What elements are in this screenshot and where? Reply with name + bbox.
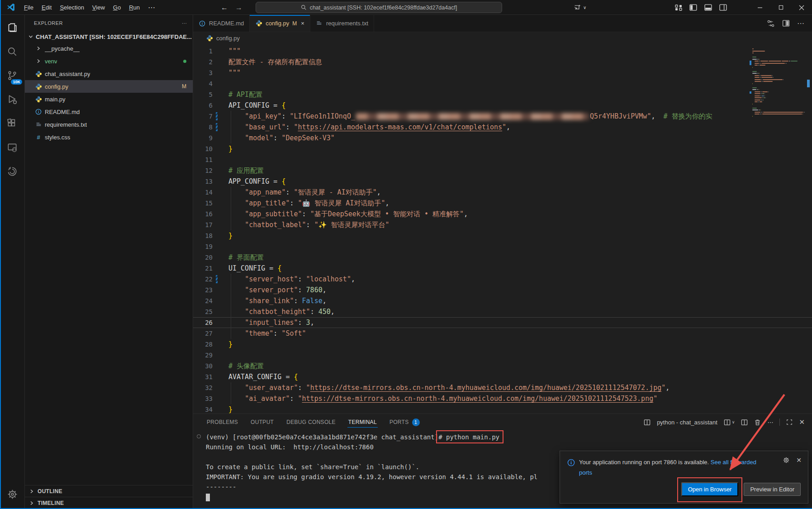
code-line-3[interactable]: 3""" [193,67,812,78]
code-line-14[interactable]: 14 "app_name": "智语灵犀 - AI对话助手", [193,187,812,198]
breadcrumb[interactable]: config.py [193,32,812,44]
panel-more-icon[interactable]: ⋯ [767,419,773,426]
split-editor-icon[interactable] [782,19,790,27]
menu-overflow[interactable]: ⋯ [144,1,160,14]
open-changes-icon[interactable] [767,19,775,28]
terminal-title[interactable]: python - chat_assistant [657,419,717,426]
code-line-33[interactable]: 33 "ai_avatar": "https://dtse-mirrors.ob… [193,393,812,404]
remote-explorer-icon[interactable] [5,140,19,155]
code-line-2[interactable]: 2配置文件 - 存储所有配置信息 [193,57,812,67]
search-sidebar-icon[interactable] [5,44,19,59]
tab-config.py[interactable]: config.pyM× [250,15,310,32]
code-line-8[interactable]: 8 "base_url": "https://api.modelarts-maa… [193,122,812,133]
code-line-18[interactable]: 18} [193,230,812,241]
code-line-16[interactable]: 16 "app_subtitle": "基于DeepSeek大模型 • 智能对话… [193,209,812,219]
minimize-button[interactable] [750,0,770,15]
code-line-19[interactable]: 19 [193,241,812,252]
panel-tab-debug-console[interactable]: DEBUG CONSOLE [285,415,337,429]
code-line-5[interactable]: 5# API配置 [193,89,812,100]
run-debug-icon[interactable] [5,92,19,107]
code-line-6[interactable]: 6API_CONFIG = { [193,100,812,111]
code-line-22[interactable]: 22 "server_host": "localhost", [193,274,812,285]
close-button[interactable] [791,0,812,15]
maximize-panel-icon[interactable] [786,419,793,425]
panel-tab-output[interactable]: OUTPUT [250,415,275,429]
back-arrow-icon[interactable]: ← [221,4,228,12]
code-line-21[interactable]: 21UI_CONFIG = { [193,263,812,274]
minimap[interactable] [752,48,803,118]
code-line-1[interactable]: 1""" [193,46,812,57]
workspace-root-folder[interactable]: CHAT_ASSISTANT [SSH: 102ECEF1F6E84C298FF… [25,31,193,42]
code-line-4[interactable]: 4 [193,78,812,89]
file-item-README.md[interactable]: README.md [25,105,193,118]
explorer-more-actions[interactable]: ⋯ [182,20,187,26]
code-line-9[interactable]: 9 "model": "DeepSeek-V3" [193,133,812,143]
more-actions-icon[interactable]: ⋯ [797,19,805,28]
outline-section[interactable]: OUTLINE [25,485,193,497]
code-line-20[interactable]: 20# 界面配置 [193,252,812,263]
menu-go[interactable]: Go [109,2,125,13]
code-text: """ [228,67,241,78]
menu-run[interactable]: Run [125,2,144,13]
new-pane-icon[interactable] [741,419,748,426]
code-line-27[interactable]: 27 "theme": "Soft" [193,328,812,339]
close-panel-icon[interactable]: ✕ [799,418,805,426]
customize-layout-icon[interactable] [675,4,682,11]
file-item-requirements.txt[interactable]: requirements.txt [25,118,193,131]
explorer-icon[interactable] [5,20,19,35]
tab-close-icon[interactable]: × [301,20,304,27]
code-line-34[interactable]: 34} [193,404,812,414]
code-line-23[interactable]: 23 "server_port": 7860, [193,285,812,295]
file-item-__pycache__[interactable]: __pycache__ [25,42,193,55]
settings-gear-icon[interactable] [5,487,19,501]
file-item-main.py[interactable]: main.py [25,93,193,105]
panel-tab-problems[interactable]: PROBLEMS [206,415,239,429]
maximize-button[interactable] [770,0,791,15]
code-line-28[interactable]: 28} [193,339,812,350]
notification-close-icon[interactable]: ✕ [796,457,802,464]
code-line-17[interactable]: 17 "chatbot_label": "✨ 智语灵犀对话平台" [193,219,812,230]
file-item-styles.css[interactable]: #styles.css [25,131,193,143]
menu-selection[interactable]: Selection [56,2,88,13]
code-editor[interactable]: 1"""2配置文件 - 存储所有配置信息3"""45# API配置6API_CO… [193,44,812,414]
toggle-secondary-sidebar-icon[interactable] [719,4,727,11]
panel-tab-terminal[interactable]: TERMINAL [347,415,378,429]
code-line-32[interactable]: 32 "user_avatar": "https://dtse-mirrors.… [193,382,812,393]
code-line-30[interactable]: 30# 头像配置 [193,361,812,371]
menu-file[interactable]: File [20,2,38,13]
extensions-icon[interactable] [5,116,19,131]
open-in-browser-button[interactable]: Open in Browser [681,482,739,496]
source-control-icon[interactable]: 10K [5,68,19,83]
split-terminal-icon[interactable] [724,419,731,426]
command-center-search[interactable]: chat_assistant [SSH: 102ecef1f6e84c298ff… [256,2,502,13]
panel-tab-ports[interactable]: PORTS1 [389,414,421,430]
file-item-chat_assistant.py[interactable]: chat_assistant.py [25,67,193,80]
forward-arrow-icon[interactable]: → [235,4,242,12]
toggle-sidebar-icon[interactable] [689,4,697,11]
code-line-31[interactable]: 31AVATAR_CONFIG = { [193,371,812,382]
code-line-12[interactable]: 12# 应用配置 [193,165,812,176]
toggle-panel-icon[interactable] [704,4,712,11]
menu-edit[interactable]: Edit [38,2,56,13]
code-line-25[interactable]: 25 "chatbot_height": 450, [193,306,812,317]
code-line-11[interactable]: 11 [193,154,812,165]
tab-requirements.txt[interactable]: requirements.txt [310,15,374,32]
timeline-section[interactable]: TIMELINE [25,497,193,509]
code-line-15[interactable]: 15 "app_title": "🤖 智语灵犀 AI对话助手", [193,198,812,209]
file-item-config.py[interactable]: config.pyM [25,80,193,93]
code-line-24[interactable]: 24 "share_link": False, [193,295,812,306]
trash-icon[interactable] [754,419,761,426]
chevron-down-icon[interactable]: ∨ [732,420,735,424]
notification-settings-gear-icon[interactable] [783,457,790,464]
menu-view[interactable]: View [88,2,109,13]
code-line-7[interactable]: 7 "api_key": "LIfGeo1n1IOnqO_Q5r4YHBJviP… [193,111,812,122]
code-line-26[interactable]: 26 "input_lines": 3, [193,317,812,328]
cloud-swirl-icon[interactable] [5,164,19,179]
code-line-10[interactable]: 10} [193,143,812,154]
tab-README.md[interactable]: README.md [193,15,250,32]
file-item-venv[interactable]: venv [25,55,193,67]
code-line-29[interactable]: 29 [193,350,812,361]
remote-cast-control[interactable]: ∨ [574,0,586,15]
preview-in-editor-button[interactable]: Preview in Editor [744,483,801,496]
code-line-13[interactable]: 13APP_CONFIG = { [193,176,812,187]
